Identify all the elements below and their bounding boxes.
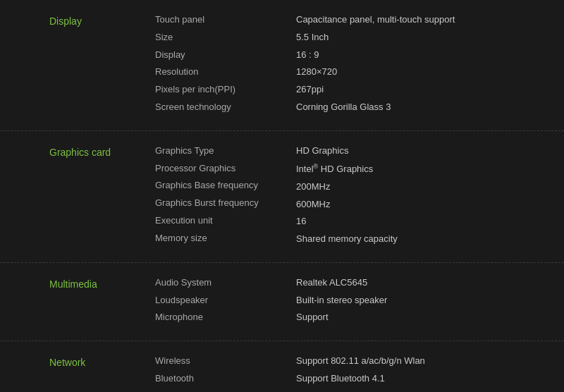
spec-key-row: Display [155,48,296,63]
spec-key: Graphics Burst frequency [155,196,259,211]
spec-value: 267ppi [296,82,324,97]
spec-value: Intel® HD Graphics [296,161,373,177]
spec-value: 200MHz [296,180,330,195]
section-graphics-card: Graphics cardGraphics TypeProcessor Grap… [0,131,564,263]
spec-key-row: Memory size [155,231,296,246]
spec-value: Realtek ALC5645 [296,276,367,290]
spec-value: HD Graphics [296,144,348,159]
spec-key: Wireless [155,354,190,369]
section-display: DisplayTouch panelSizeDisplayResolutionP… [0,0,564,131]
spec-value: Corning Gorilla Glass 3 [296,100,391,115]
spec-key-row: Resolution [155,65,296,80]
section-content-multimedia: Audio SystemLoudspeakerMicrophoneRealtek… [155,276,564,328]
spec-value-row: 200MHz [296,180,564,195]
spec-key: Loudspeaker [155,293,208,308]
section-label-display: Display [0,13,155,27]
spec-values-display: Capacitance panel, multi-touch support5.… [296,13,564,118]
spec-key-row: Execution unit [155,214,296,228]
spec-value: 16 : 9 [296,48,319,63]
spec-value: Built-in stereo speaker [296,293,387,308]
spec-key: Touch panel [155,13,204,27]
spec-key-row: Graphics Type [155,144,296,159]
spec-key: Bluetooth [155,372,194,386]
spec-value: 16 [296,214,306,229]
spec-key-row: Audio System [155,276,296,290]
spec-key-row: Loudspeaker [155,293,296,308]
spec-keys-multimedia: Audio SystemLoudspeakerMicrophone [155,276,296,328]
spec-key: Execution unit [155,214,213,228]
spec-value-row: 5.5 Inch [296,30,564,45]
spec-value-row: 267ppi [296,82,564,97]
section-content-graphics-card: Graphics TypeProcessor GraphicsGraphics … [155,144,564,250]
spec-key: Graphics Type [155,144,214,159]
spec-values-graphics-card: HD GraphicsIntel® HD Graphics200MHz600MH… [296,144,564,250]
spec-key: Display [155,48,185,63]
spec-value-row: Support 802.11 a/ac/b/g/n Wlan [296,354,564,369]
spec-value-row: HD Graphics [296,144,564,159]
spec-value-row: 600MHz [296,197,564,212]
spec-key-row: Screen technology [155,100,296,115]
spec-key: Audio System [155,276,212,290]
spec-key-row: Graphics Burst frequency [155,196,296,211]
spec-value: Shared memory capacity [296,232,398,247]
spec-key: Pixels per inch(PPI) [155,82,235,97]
spec-value-row: Support [296,310,564,325]
section-network: NetworkWirelessBluetoothSupport 802.11 a… [0,341,564,392]
spec-value: 5.5 Inch [296,30,329,45]
spec-key-row: Graphics Base frequency [155,178,296,193]
spec-value-row: 1280×720 [296,65,564,80]
spec-value-row: Shared memory capacity [296,232,564,247]
spec-value-row: 16 : 9 [296,48,564,63]
spec-value-row: Capacitance panel, multi-touch support [296,13,564,27]
spec-key: Graphics Base frequency [155,178,258,193]
spec-value-row: Support Bluetooth 4.1 [296,372,564,386]
section-label-graphics-card: Graphics card [0,144,155,158]
section-label-network: Network [0,354,155,368]
spec-value: Capacitance panel, multi-touch support [296,13,455,27]
spec-key-row: Pixels per inch(PPI) [155,82,296,97]
spec-value: Support Bluetooth 4.1 [296,372,385,386]
spec-key: Resolution [155,65,198,80]
spec-value-row: Built-in stereo speaker [296,293,564,308]
spec-keys-network: WirelessBluetooth [155,354,296,389]
spec-value-row: 16 [296,214,564,229]
spec-value: Support 802.11 a/ac/b/g/n Wlan [296,354,425,369]
section-multimedia: MultimediaAudio SystemLoudspeakerMicroph… [0,263,564,341]
spec-key: Size [155,30,173,45]
section-content-network: WirelessBluetoothSupport 802.11 a/ac/b/g… [155,354,564,389]
spec-keys-display: Touch panelSizeDisplayResolutionPixels p… [155,13,296,118]
spec-values-multimedia: Realtek ALC5645Built-in stereo speakerSu… [296,276,564,328]
spec-key: Microphone [155,310,203,325]
spec-key-row: Wireless [155,354,296,369]
spec-key: Memory size [155,231,207,246]
spec-key: Screen technology [155,100,231,115]
spec-value-row: Intel® HD Graphics [296,161,564,177]
spec-key-row: Size [155,30,296,45]
spec-value: 600MHz [296,197,330,212]
specs-container: DisplayTouch panelSizeDisplayResolutionP… [0,0,564,392]
spec-key-row: Processor Graphics [155,161,296,176]
spec-key: Processor Graphics [155,161,235,176]
spec-key-row: Microphone [155,310,296,325]
section-label-multimedia: Multimedia [0,276,155,290]
spec-value-row: Realtek ALC5645 [296,276,564,290]
spec-value-row: Corning Gorilla Glass 3 [296,100,564,115]
spec-value: 1280×720 [296,65,337,80]
spec-keys-graphics-card: Graphics TypeProcessor GraphicsGraphics … [155,144,296,250]
spec-key-row: Bluetooth [155,372,296,386]
spec-value: Support [296,310,329,325]
spec-key-row: Touch panel [155,13,296,27]
section-content-display: Touch panelSizeDisplayResolutionPixels p… [155,13,564,118]
spec-values-network: Support 802.11 a/ac/b/g/n WlanSupport Bl… [296,354,564,389]
